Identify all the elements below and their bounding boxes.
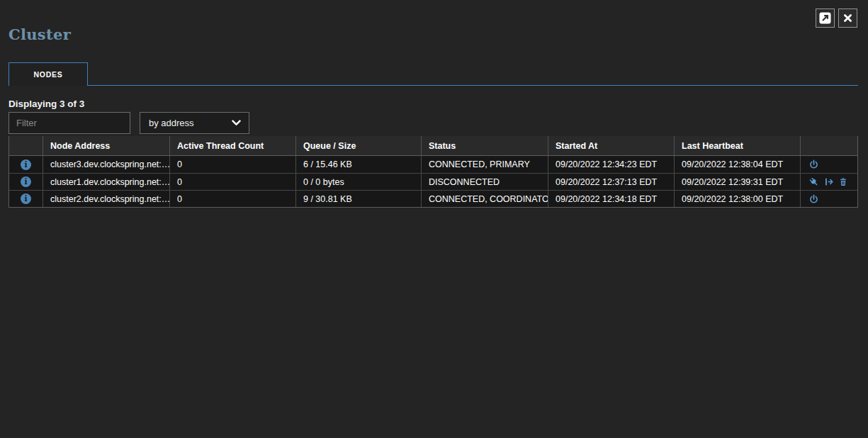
status-cell: CONNECTED, PRIMARY [422,156,548,173]
status-cell: CONNECTED, COORDINATOR [422,191,548,207]
power-off-icon [809,159,818,169]
delete-node-button[interactable] [839,177,847,186]
header-status: Status [422,136,548,155]
node-details-button[interactable]: i [21,193,31,204]
queue-size-cell: 0 / 0 bytes [296,174,422,190]
header-actions [801,136,857,155]
node-address-cell: cluster2.dev.clockspring.net:… [43,191,170,207]
started-at-cell: 09/20/2022 12:34:23 EDT [548,156,675,173]
started-at-cell: 09/20/2022 12:34:18 EDT [548,191,675,207]
actions-cell [801,156,857,173]
header-started-at: Started At [548,136,675,155]
offload-node-button[interactable] [824,177,834,186]
header-queue-size: Queue / Size [296,136,422,155]
close-icon [843,13,852,23]
power-off-icon [809,194,818,204]
queue-size-cell: 9 / 30.81 KB [296,191,422,207]
started-at-cell: 09/20/2022 12:37:13 EDT [548,174,675,190]
sign-out-icon [824,177,834,186]
node-details-button[interactable]: i [21,159,31,170]
disconnect-node-button[interactable] [809,194,818,204]
filter-input[interactable] [9,112,130,134]
connect-node-button[interactable] [809,177,819,187]
header-node-address: Node Address [43,136,170,155]
active-thread-count-cell: 0 [170,174,296,190]
queue-size-cell: 6 / 15.46 KB [296,156,422,173]
header-info [9,136,43,155]
plug-icon [809,177,819,187]
filter-mode-value: by address [149,118,194,128]
last-heartbeat-cell: 09/20/2022 12:38:04 EDT [675,156,801,173]
node-address-cell: cluster3.dev.clockspring.net:… [43,156,170,173]
last-heartbeat-cell: 09/20/2022 12:38:00 EDT [675,191,801,207]
node-details-button[interactable]: i [21,176,31,187]
table-row: i cluster3.dev.clockspring.net:… 0 6 / 1… [9,156,857,173]
tab-bar: NODES [9,62,858,86]
actions-cell [801,174,857,190]
trash-icon [839,177,847,186]
info-icon: i [21,159,31,170]
disconnect-node-button[interactable] [809,159,818,169]
table-header-row: Node Address Active Thread Count Queue /… [9,136,857,156]
table-row: i cluster2.dev.clockspring.net:… 0 9 / 3… [9,190,857,207]
status-cell: DISCONNECTED [422,174,548,190]
header-active-thread-count: Active Thread Count [170,136,296,155]
nodes-table: Node Address Active Thread Count Queue /… [9,136,858,208]
tab-nodes-label: NODES [34,70,63,79]
popout-button[interactable] [816,9,835,28]
tab-nodes[interactable]: NODES [9,62,88,86]
info-icon: i [21,193,31,204]
dialog-title: Cluster [9,26,71,43]
info-icon: i [21,176,31,187]
filter-mode-select[interactable]: by address [140,112,249,134]
close-button[interactable] [838,9,857,28]
actions-cell [801,191,857,207]
external-link-icon [819,12,831,24]
active-thread-count-cell: 0 [170,191,296,207]
last-heartbeat-cell: 09/20/2022 12:39:31 EDT [675,174,801,190]
node-address-cell: cluster1.dev.clockspring.net:… [43,174,170,190]
header-last-heartbeat: Last Heartbeat [675,136,801,155]
table-row: i cluster1.dev.clockspring.net:… 0 0 / 0… [9,173,857,190]
active-thread-count-cell: 0 [170,156,296,173]
chevron-down-icon [232,120,241,126]
displaying-summary: Displaying 3 of 3 [9,99,84,109]
